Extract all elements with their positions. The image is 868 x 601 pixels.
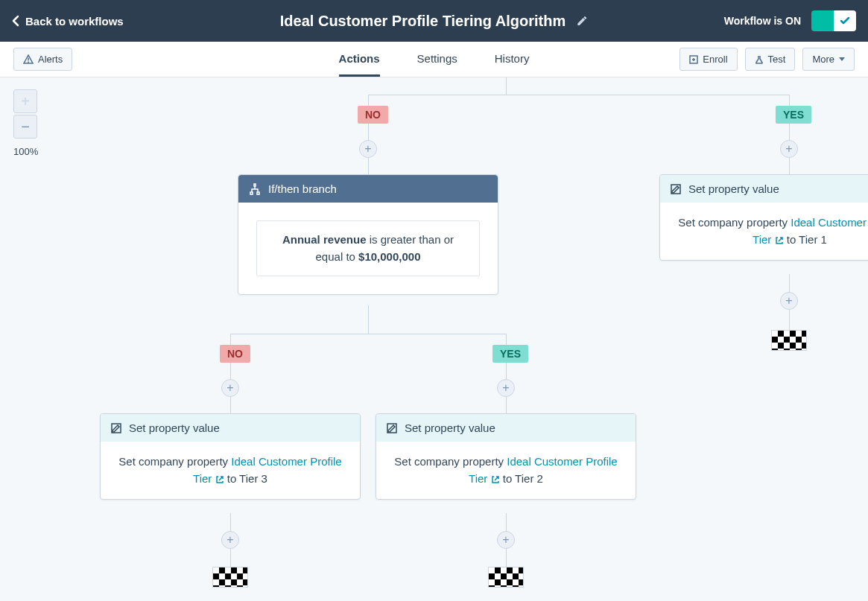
set-tier2-card[interactable]: Set property value Set company property … (376, 413, 636, 500)
more-label: More (812, 54, 834, 65)
branch-no-label: NO (358, 106, 388, 124)
branch-no-label: NO (220, 345, 250, 363)
connector (368, 95, 790, 95)
card-header: Set property value (101, 414, 360, 442)
zoom-level: 100% (13, 146, 38, 157)
add-action-button[interactable]: + (780, 140, 798, 158)
add-action-button[interactable]: + (497, 531, 515, 549)
connector (506, 77, 507, 95)
card-body: Set company property Ideal Customer Prof… (376, 442, 636, 499)
branch-yes-label: YES (776, 106, 811, 124)
edit-icon (387, 423, 397, 433)
condition-prop: Annual revenue (282, 233, 367, 246)
external-icon (215, 475, 224, 484)
set-tier3-card[interactable]: Set property value Set company property … (100, 413, 361, 500)
connector (230, 334, 507, 334)
workflow-title: Ideal Customer Profile Tiering Algorithm (280, 13, 566, 30)
post-text: to Tier 1 (784, 233, 827, 246)
tab-history[interactable]: History (495, 42, 530, 77)
enroll-icon (689, 55, 698, 64)
finish-flag (771, 330, 807, 351)
add-action-button[interactable]: + (221, 531, 239, 549)
zoom-out-button[interactable]: − (13, 115, 37, 139)
back-label: Back to workflows (25, 15, 124, 28)
canvas: NO YES + + If/then branch Annual revenue… (0, 77, 868, 601)
svg-rect-3 (387, 424, 396, 433)
pre-text: Set company property (678, 216, 791, 229)
chevron-left-icon (12, 15, 19, 27)
test-button[interactable]: Test (745, 48, 796, 71)
alerts-label: Alerts (38, 54, 63, 65)
branch-icon (249, 183, 261, 195)
finish-flag (212, 567, 248, 588)
more-button[interactable]: More (802, 48, 855, 71)
add-action-button[interactable]: + (780, 292, 798, 310)
tab-actions[interactable]: Actions (339, 42, 380, 77)
title-wrap: Ideal Customer Profile Tiering Algorithm (280, 13, 588, 30)
flask-icon (755, 55, 764, 64)
add-action-button[interactable]: + (497, 379, 515, 397)
alerts-button[interactable]: Alerts (13, 48, 72, 71)
caret-down-icon (839, 57, 845, 62)
topbar: Back to workflows Ideal Customer Profile… (0, 0, 868, 42)
card-body: Annual revenue is greater than or equal … (238, 203, 498, 294)
card-body: Set company property Ideal Customer Prof… (660, 203, 868, 260)
workflow-toggle[interactable] (811, 10, 856, 31)
card-header: Set property value (376, 414, 636, 442)
pre-text: Set company property (394, 455, 507, 468)
subbar: Alerts Actions Settings History Enroll T… (0, 42, 868, 77)
check-icon (840, 16, 850, 26)
sub-right: Enroll Test More (679, 48, 855, 71)
pencil-icon[interactable] (576, 15, 588, 27)
right-controls: Workflow is ON (724, 10, 856, 31)
add-action-button[interactable]: + (359, 140, 377, 158)
condition-box: Annual revenue is greater than or equal … (256, 220, 480, 276)
svg-rect-1 (671, 185, 680, 194)
card-title: Set property value (688, 182, 779, 195)
warning-icon (23, 54, 34, 65)
toggle-on-side (811, 10, 834, 31)
add-action-button[interactable]: + (221, 379, 239, 397)
pre-text: Set company property (118, 455, 231, 468)
external-icon (775, 236, 784, 245)
toggle-off-side (834, 10, 856, 31)
zoom-controls: + − 100% (13, 89, 38, 157)
svg-rect-2 (112, 424, 121, 433)
zoom-in-button[interactable]: + (13, 89, 37, 113)
test-label: Test (768, 54, 786, 65)
card-title: Set property value (129, 422, 220, 434)
card-title: Set property value (405, 422, 495, 434)
enroll-label: Enroll (703, 54, 727, 65)
tab-settings[interactable]: Settings (417, 42, 457, 77)
tabs: Actions Settings History (339, 42, 530, 77)
edit-icon (111, 423, 121, 433)
if-then-branch-card[interactable]: If/then branch Annual revenue is greater… (238, 174, 498, 295)
connector (368, 305, 369, 334)
workflow-status: Workflow is ON (724, 15, 801, 27)
card-title: If/then branch (268, 182, 337, 195)
enroll-button[interactable]: Enroll (679, 48, 737, 71)
condition-val: $10,000,000 (358, 250, 420, 263)
set-tier1-card[interactable]: Set property value Set company property … (659, 174, 868, 261)
post-text: to Tier 2 (500, 472, 543, 485)
card-body: Set company property Ideal Customer Prof… (101, 442, 360, 499)
external-icon (491, 475, 500, 484)
back-to-workflows[interactable]: Back to workflows (12, 15, 124, 28)
post-text: to Tier 3 (224, 472, 267, 485)
branch-yes-label: YES (492, 345, 528, 363)
card-header: If/then branch (238, 175, 498, 203)
finish-flag (488, 567, 524, 588)
edit-icon (671, 184, 681, 194)
card-header: Set property value (660, 175, 868, 203)
